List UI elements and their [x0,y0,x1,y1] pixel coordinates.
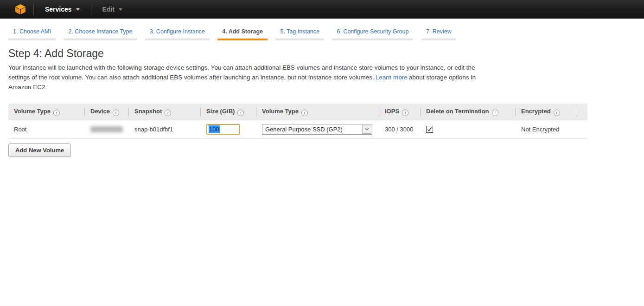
size-gib-input[interactable]: 100 [206,124,240,135]
cell-snapshot: snap-b01dfbf1 [129,120,201,138]
column-header-iops: IOPSi [379,104,421,120]
cell-volume-type: Root [8,120,85,138]
top-nav-bar: Services Edit [0,0,644,19]
tab-3-configure-instance[interactable]: 3. Configure Instance [145,26,210,40]
column-header-volume-type-2: Volume Typei [256,104,379,120]
select-chevron-down-icon [362,125,371,134]
info-icon[interactable]: i [402,110,408,116]
tab-2-choose-instance-type[interactable]: 2. Choose Instance Type [64,26,137,40]
volume-type-select[interactable]: General Purpose SSD (GP2) [262,124,372,135]
table-header-row: Volume Typei Devicei Snapshoti Size (GiB… [8,104,587,120]
volume-type-value: Root [14,126,26,133]
volume-type-selected-option: General Purpose SSD (GP2) [262,126,343,133]
services-menu-label: Services [45,6,72,13]
cell-delete-on-termination [421,120,516,138]
iops-value: 300 / 3000 [385,126,413,133]
edit-menu[interactable]: Edit [98,0,127,19]
info-icon[interactable]: i [113,110,119,116]
page-title: Step 4: Add Storage [8,47,644,60]
column-header-snapshot: Snapshoti [129,104,201,120]
column-header-device: Devicei [85,104,129,120]
column-header-filler [577,104,587,120]
cell-volume-type-select: General Purpose SSD (GP2) [256,120,379,138]
cell-size: 100 [201,120,256,138]
nav-divider [33,3,34,15]
size-gib-value-selected: 100 [209,125,220,133]
storage-volumes-table: Volume Typei Devicei Snapshoti Size (GiB… [8,104,587,139]
page-description: Your instance will be launched with the … [8,63,481,92]
add-new-volume-button[interactable]: Add New Volume [8,143,71,157]
aws-cube-icon [14,3,26,15]
tab-1-choose-ami[interactable]: 1. Choose AMI [8,26,56,40]
column-header-volume-type: Volume Typei [8,104,85,120]
column-header-encrypted: Encryptedi [516,104,577,120]
delete-on-termination-checkbox[interactable] [426,126,433,133]
chevron-down-icon [76,8,80,11]
tab-5-tag-instance[interactable]: 5. Tag Instance [275,26,324,40]
cell-iops: 300 / 3000 [379,120,421,138]
tab-4-add-storage[interactable]: 4. Add Storage [217,26,268,40]
snapshot-value: snap-b01dfbf1 [134,126,173,133]
tab-7-review[interactable]: 7. Review [421,26,456,40]
cell-device [85,120,129,138]
column-header-delete-on-termination: Delete on Terminationi [421,104,516,120]
encrypted-value: Not Encrypted [521,126,559,133]
info-icon[interactable]: i [554,110,560,116]
wizard-step-tabs: 1. Choose AMI 2. Choose Instance Type 3.… [0,19,644,40]
cell-encrypted: Not Encrypted [516,120,577,138]
info-icon[interactable]: i [53,110,60,116]
cell-filler [577,120,587,138]
aws-logo-icon[interactable] [14,3,27,16]
table-row-root-volume: Root snap-b01dfbf1 100 General Purpose S… [8,120,587,138]
info-icon[interactable]: i [237,110,244,116]
info-icon[interactable]: i [301,110,308,116]
learn-more-link[interactable]: Learn more [376,74,408,81]
edit-menu-label: Edit [102,6,115,13]
info-icon[interactable]: i [165,110,171,116]
checkmark-icon [427,127,432,132]
info-icon[interactable]: i [492,110,498,116]
tab-6-configure-security-group[interactable]: 6. Configure Security Group [332,26,413,40]
device-value-redacted [90,126,123,132]
chevron-down-icon [119,8,122,11]
column-header-size-gib: Size (GiB)i [201,104,256,120]
services-menu[interactable]: Services [40,0,84,19]
nav-divider [91,3,91,15]
